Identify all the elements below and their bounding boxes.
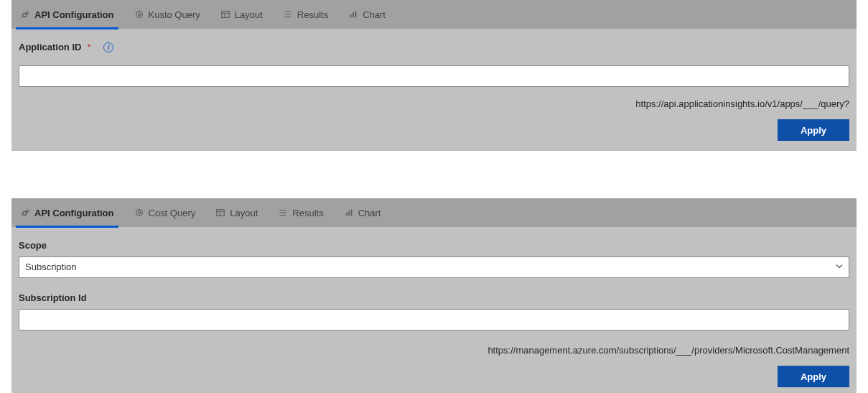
helper-url-text: https://api.applicationinsights.io/v1/ap… (635, 98, 849, 109)
tab-layout[interactable]: Layout (219, 0, 264, 29)
svg-point-1 (136, 11, 142, 18)
list-icon (278, 208, 288, 218)
bar-chart-icon (348, 9, 358, 19)
tabbar-1: API Configuration Kusto Query Layout (11, 0, 857, 29)
tab-api-configuration[interactable]: API Configuration (19, 0, 116, 29)
tab-chart[interactable]: Chart (347, 0, 387, 29)
tab-label: Layout (230, 208, 258, 218)
svg-rect-6 (355, 11, 357, 18)
tabbar-2: API Configuration Cost Query Layout (11, 198, 857, 227)
tab-label: Chart (358, 208, 381, 218)
layout-icon (215, 208, 225, 218)
layout-icon (220, 9, 230, 19)
subscription-id-input[interactable] (19, 309, 849, 330)
tab-label: Results (292, 208, 323, 218)
scope-selected-value: Subscription (19, 256, 849, 278)
tab-label: API Configuration (34, 208, 114, 218)
svg-point-7 (23, 211, 27, 215)
panel-body-2: Scope Subscription Subscription Id https… (11, 227, 857, 393)
apply-button[interactable]: Apply (778, 119, 849, 141)
tab-label: API Configuration (34, 9, 114, 20)
apply-button[interactable]: Apply (778, 366, 849, 387)
tab-label: Cost Query (149, 208, 196, 218)
api-config-panel-1: API Configuration Kusto Query Layout (11, 0, 857, 151)
required-indicator: * (87, 42, 90, 52)
scope-label: Scope (19, 240, 849, 251)
helper-url-text: https://management.azure.com/subscriptio… (487, 345, 849, 356)
api-config-panel-2: API Configuration Cost Query Layout (11, 198, 857, 393)
plug-icon (20, 9, 30, 19)
svg-point-9 (138, 211, 141, 214)
svg-rect-12 (348, 211, 350, 216)
svg-point-0 (23, 13, 27, 17)
label-text: Application ID (19, 42, 81, 52)
tab-label: Results (297, 9, 328, 20)
panel-body-1: Application ID * i https://api.applicati… (11, 29, 857, 151)
tab-label: Layout (235, 9, 263, 20)
application-id-input[interactable] (19, 65, 849, 87)
target-icon (134, 9, 144, 19)
svg-point-8 (136, 210, 142, 216)
bar-chart-icon (344, 208, 354, 218)
svg-rect-11 (345, 213, 347, 216)
info-icon[interactable]: i (103, 42, 113, 52)
tab-label: Kusto Query (149, 9, 200, 20)
svg-rect-13 (350, 210, 352, 216)
scope-select[interactable]: Subscription (19, 256, 849, 278)
tab-results[interactable]: Results (281, 0, 330, 29)
tab-layout[interactable]: Layout (214, 198, 259, 227)
subscription-id-label: Subscription Id (19, 292, 849, 303)
tab-results[interactable]: Results (276, 198, 325, 227)
tab-kusto-query[interactable]: Kusto Query (133, 0, 202, 29)
application-id-label: Application ID * i (19, 42, 849, 52)
svg-rect-3 (222, 11, 230, 18)
svg-rect-5 (353, 12, 354, 17)
tab-cost-query[interactable]: Cost Query (133, 198, 197, 227)
list-icon (283, 9, 293, 19)
tab-label: Chart (363, 9, 386, 20)
svg-point-2 (138, 13, 141, 16)
plug-icon (20, 208, 30, 218)
tab-api-configuration[interactable]: API Configuration (19, 198, 116, 227)
tab-chart[interactable]: Chart (342, 198, 383, 227)
target-icon (134, 208, 144, 218)
svg-rect-4 (350, 14, 352, 17)
svg-rect-10 (217, 210, 225, 216)
